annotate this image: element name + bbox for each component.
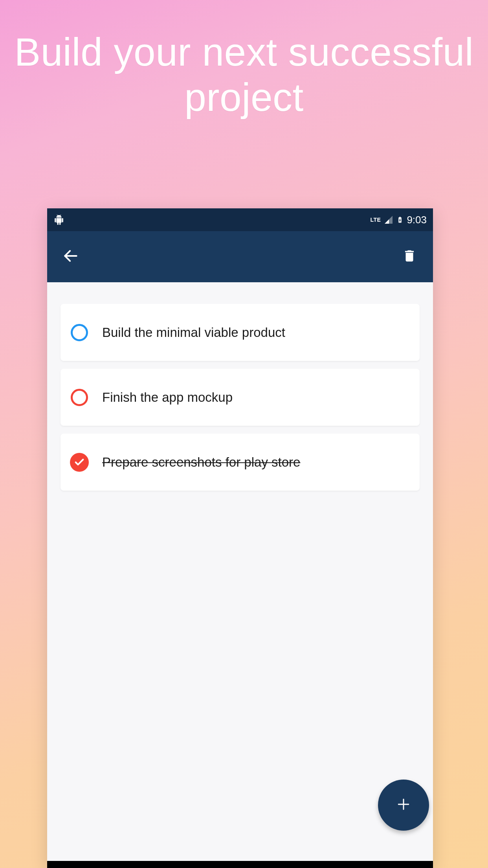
task-card[interactable]: Build the minimal viable product	[61, 304, 420, 361]
bottom-bezel	[47, 861, 433, 868]
task-card[interactable]: Finish the app mockup	[61, 369, 420, 426]
battery-charging-icon	[396, 214, 404, 225]
app-bar	[47, 231, 433, 282]
status-bar-left	[53, 214, 64, 225]
circle-unchecked-icon	[71, 389, 88, 406]
task-checkbox[interactable]	[69, 322, 90, 343]
back-button[interactable]	[59, 245, 83, 268]
add-task-fab[interactable]	[378, 780, 429, 831]
status-bar-right: LTE 9:03	[370, 214, 427, 226]
task-label: Finish the app mockup	[102, 390, 233, 405]
task-checkbox[interactable]	[69, 452, 90, 473]
plus-icon	[395, 796, 412, 815]
phone-frame: LTE 9:03	[47, 208, 433, 868]
status-bar: LTE 9:03	[47, 208, 433, 231]
promo-title: Build your next successful project	[0, 0, 488, 120]
android-debug-icon	[53, 214, 64, 225]
network-type-label: LTE	[370, 217, 381, 223]
circle-checked-icon	[70, 453, 89, 472]
signal-icon	[384, 215, 393, 224]
clock-time: 9:03	[407, 214, 427, 226]
task-card[interactable]: Prepare screenshots for play store	[61, 434, 420, 491]
delete-button[interactable]	[398, 245, 421, 268]
task-label: Prepare screenshots for play store	[102, 455, 300, 470]
task-list: Build the minimal viable product Finish …	[47, 282, 433, 868]
trash-icon	[402, 248, 417, 265]
circle-unchecked-icon	[71, 324, 88, 341]
task-checkbox[interactable]	[69, 387, 90, 408]
task-label: Build the minimal viable product	[102, 325, 285, 340]
arrow-back-icon	[62, 247, 79, 266]
